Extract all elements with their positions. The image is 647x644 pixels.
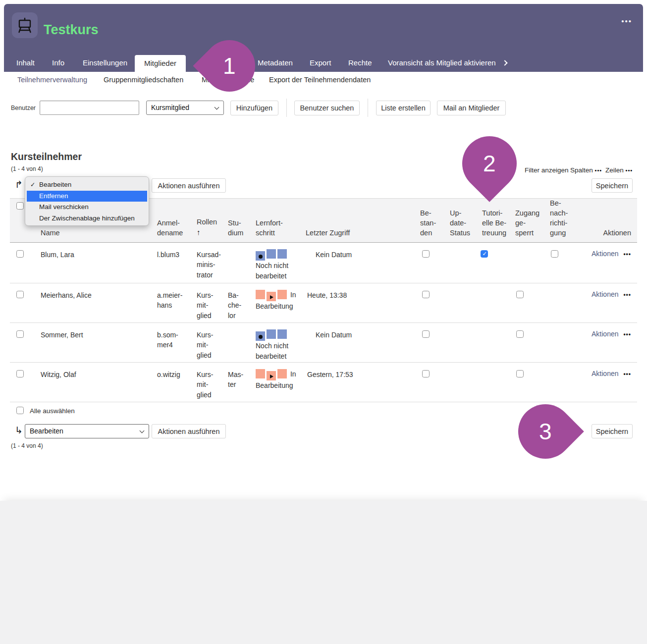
col-benachrichtigung[interactable]: Be- nach- richti- gung: [550, 198, 568, 238]
col-studium[interactable]: Stu- dium: [228, 218, 243, 238]
course-type-icon: [12, 12, 38, 38]
columns-menu[interactable]: Spalten •••: [570, 166, 602, 174]
progress-square-current-icon: [256, 251, 265, 261]
col-letzter-zugriff[interactable]: Letzter Zugriff: [306, 228, 350, 238]
menu-item-bearbeiten[interactable]: ✓ Bearbeiten: [25, 179, 149, 191]
execute-actions-button-bottom[interactable]: Aktionen ausführen: [152, 424, 226, 438]
bulk-action-select-value: Bearbeiten: [30, 427, 63, 435]
subnav-gruppenmitgliedschaften[interactable]: Gruppenmitgliedschaften: [104, 76, 183, 84]
subnav-teilnehmerverwaltung[interactable]: Teilnehmerverwaltung: [17, 76, 87, 84]
progress-label: Noch nicht bearbeitet: [256, 342, 288, 360]
save-button-bottom[interactable]: Speichern: [592, 424, 633, 438]
table-row: Blum, Lara l.blum3 Kursad- minis- trator…: [10, 243, 637, 283]
row-actions-link[interactable]: Aktionen •••: [592, 290, 631, 298]
show-filter-link[interactable]: Filter anzeigen: [525, 166, 569, 174]
role-select-value: Kursmitglied: [151, 104, 189, 111]
menu-item-zwischenablage[interactable]: Der Zwischenablage hinzufügen: [25, 213, 149, 224]
learning-progress-indicator: In Bearbeitung: [256, 290, 303, 312]
ellipsis-icon: •••: [623, 331, 631, 338]
bulk-apply-arrow-icon: ↱: [15, 179, 23, 190]
sort-ascending-icon: ↑: [197, 227, 217, 238]
select-all-header-checkbox[interactable]: [16, 202, 24, 210]
cell-rolle: Kursad- minis- trator: [197, 250, 221, 280]
progress-square-current-icon: [267, 371, 276, 380]
progress-square-icon: [277, 290, 287, 299]
execute-actions-button-top[interactable]: Aktionen ausführen: [152, 178, 226, 193]
mail-members-button[interactable]: Mail an Mitglieder: [437, 101, 506, 115]
col-rollen[interactable]: Rollen ↑: [197, 217, 217, 238]
col-anmeldename[interactable]: Anmel- dename: [157, 218, 183, 238]
tab-mitglieder[interactable]: Mitglieder: [135, 55, 186, 72]
ellipsis-icon: •••: [595, 167, 602, 173]
progress-square-icon: [256, 290, 265, 299]
rows-menu[interactable]: Zeilen •••: [605, 166, 633, 174]
zugang-gesperrt-checkbox[interactable]: [516, 330, 524, 338]
tutorielle-betreuung-checkbox[interactable]: [481, 250, 488, 258]
menu-item-mail-verschicken[interactable]: Mail verschicken: [25, 202, 149, 213]
chevron-down-icon: [215, 105, 219, 110]
bulk-action-select[interactable]: Bearbeiten: [25, 424, 149, 438]
zugang-gesperrt-checkbox[interactable]: [516, 291, 524, 298]
col-bestanden[interactable]: Be- stan- den: [420, 208, 436, 238]
footer-area: [0, 501, 647, 644]
cell-name: Blum, Lara: [41, 250, 74, 260]
role-select[interactable]: Kursmitglied: [146, 101, 224, 115]
row-select-checkbox[interactable]: [16, 250, 24, 258]
tab-info[interactable]: Info: [52, 58, 64, 67]
cell-rolle: Kurs- mit- glied: [197, 330, 213, 360]
add-button[interactable]: Hinzufügen: [230, 101, 278, 115]
participants-table: Name Anmel- dename Rollen ↑ Stu- dium Le…: [10, 198, 637, 420]
learning-progress-indicator: In Bearbeitung: [256, 369, 303, 391]
progress-square-icon: [256, 369, 265, 378]
benachrichtigung-checkbox[interactable]: [551, 250, 558, 258]
col-tutorielle-betreuung[interactable]: Tutori- elle Be- treuung: [482, 208, 506, 238]
bestanden-checkbox[interactable]: [422, 250, 430, 258]
cell-rolle: Kurs- mit- glied: [197, 290, 213, 321]
user-search-input[interactable]: [40, 101, 139, 115]
col-zugang-gesperrt[interactable]: Zugang ge- sperrt: [515, 208, 539, 238]
checkmark-icon: ✓: [30, 179, 35, 191]
select-all-checkbox[interactable]: [16, 407, 24, 414]
learning-progress-indicator: Noch nicht bearbeitet: [256, 329, 303, 362]
row-select-checkbox[interactable]: [16, 291, 24, 298]
bestanden-checkbox[interactable]: [422, 291, 430, 298]
bestanden-checkbox[interactable]: [422, 330, 430, 338]
row-select-checkbox[interactable]: [16, 370, 24, 377]
cell-studium: Mas- ter: [228, 370, 243, 390]
bulk-apply-arrow-icon: ↳: [15, 425, 23, 436]
cell-letzter-zugriff: Kein Datum: [316, 250, 352, 260]
tab-metadaten[interactable]: Metadaten: [258, 58, 293, 67]
row-select-checkbox[interactable]: [16, 330, 24, 338]
cell-letzter-zugriff: Heute, 13:38: [307, 290, 347, 300]
progress-square-icon: [267, 329, 276, 339]
select-all-label: Alle auswählen: [30, 407, 75, 415]
blackboard-icon: [15, 15, 35, 35]
tab-rechte[interactable]: Rechte: [348, 58, 372, 67]
progress-label: Noch nicht bearbeitet: [256, 262, 288, 280]
tab-einstellungen[interactable]: Einstellungen: [83, 58, 127, 67]
menu-item-entfernen[interactable]: Entfernen: [27, 191, 147, 202]
tab-export[interactable]: Export: [310, 58, 331, 67]
row-actions-link[interactable]: Aktionen •••: [592, 250, 631, 258]
row-actions-link[interactable]: Aktionen •••: [592, 370, 631, 377]
course-tabs: Inhalt Info Einstellungen Mitglieder Met…: [4, 54, 643, 72]
bestanden-checkbox[interactable]: [422, 370, 430, 377]
row-actions-link[interactable]: Aktionen •••: [592, 330, 631, 338]
chevron-down-icon: [140, 429, 145, 433]
search-users-button[interactable]: Benutzer suchen: [294, 101, 360, 115]
col-update-status[interactable]: Up- date- Status: [450, 208, 470, 238]
save-button-top[interactable]: Speichern: [592, 178, 633, 193]
zugang-gesperrt-checkbox[interactable]: [516, 370, 524, 377]
course-title: Testkurs: [44, 22, 99, 38]
table-row: Sommer, Bert b.som- mer4 Kurs- mit- glie…: [10, 323, 637, 363]
progress-square-current-icon: [267, 292, 276, 301]
col-lernfortschritt[interactable]: Lernfort- schritt: [256, 218, 283, 238]
cell-name: Meierhans, Alice: [41, 290, 92, 300]
more-menu-icon[interactable]: •••: [621, 17, 632, 25]
create-list-button[interactable]: Liste erstellen: [376, 101, 431, 115]
tab-voransicht[interactable]: Voransicht als Mitglied aktivieren: [388, 58, 507, 67]
tab-inhalt[interactable]: Inhalt: [16, 58, 35, 67]
result-count-top: (1 - 4 von 4): [11, 165, 43, 172]
subnav-export-teilnehmendendaten[interactable]: Export der Teilnehmendendaten: [269, 76, 371, 84]
col-name[interactable]: Name: [41, 228, 60, 238]
